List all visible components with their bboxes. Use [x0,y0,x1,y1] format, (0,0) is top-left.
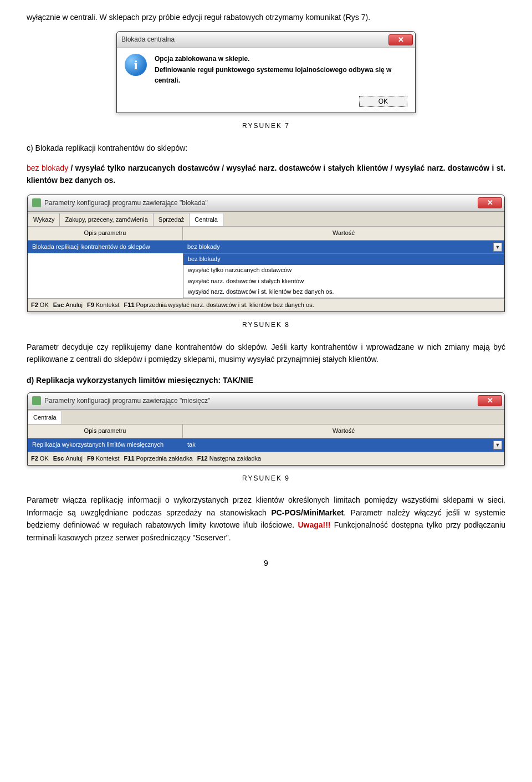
window-title: Parametry konfiguracji programu zawieraj… [44,396,210,406]
window-title: Parametry konfiguracji programu zawieraj… [44,198,208,208]
figure-caption-9: RYSUNEK 9 [27,473,505,484]
grid-header: Opis parametru Wartość [28,227,504,241]
pcpos-label: PC-POS/MiniMarket [271,508,344,517]
option-bez-blokady: bez blokady [27,163,68,172]
tab-centrala[interactable]: Centrala [189,213,223,227]
status-bar: F2OK EscAnuluj F9Kontekst F11Poprzednia … [28,452,504,466]
chevron-down-icon[interactable]: ▼ [493,243,502,252]
section-c-options: bez blokady / wysyłać tylko narzucanych … [27,162,505,187]
status-merged-option: wysyłać narz. dostawców i st. klientów b… [168,300,314,310]
col-wartosc: Wartość [183,425,504,438]
ok-button[interactable]: OK [359,96,407,107]
titlebar[interactable]: Parametry konfiguracji programu zawieraj… [28,393,504,410]
param-row-selected[interactable]: Blokada replikacji kontrahentów do sklep… [28,241,504,254]
option-2[interactable]: wysyłać narz. dostawców i stałych klient… [183,276,504,287]
tab-wykazy[interactable]: Wykazy [28,213,60,227]
section-c-heading: c) Blokada replikacji kontrahentów do sk… [27,142,505,154]
dialog-parametry-blokada: Parametry konfiguracji programu zawieraj… [27,195,505,313]
titlebar[interactable]: Parametry konfiguracji programu zawieraj… [28,195,504,212]
option-1[interactable]: wysyłać tylko narzucanych dostawców [183,265,504,276]
tab-bar: Wykazy Zakupy, przeceny, zamówienia Sprz… [28,212,504,227]
param-value-cell[interactable]: bez blokady ▼ [183,241,504,254]
dialog-blokada-centralna: Blokada centralna ✕ i Opcja zablokowana … [116,31,416,113]
option-3[interactable]: wysyłać narz. dostawców i st. klientów b… [183,287,504,298]
dialog-message: Opcja zablokowana w sklepie. Definiowani… [155,54,407,86]
col-opis: Opis parametru [28,227,183,240]
tab-bar: Centrala [28,410,504,425]
titlebar[interactable]: Blokada centralna ✕ [117,32,415,48]
app-icon [32,198,41,207]
close-icon[interactable]: ✕ [478,197,502,208]
status-bar: F2OK EscAnuluj F9Kontekst F11Poprzednia … [28,298,504,312]
page-number: 9 [27,557,505,569]
dialog-message-line2: Definiowanie reguł punktowego systememu … [155,65,407,86]
col-opis: Opis parametru [28,425,183,438]
figure-caption-7: RYSUNEK 7 [27,121,505,131]
window-title: Blokada centralna [121,34,175,45]
section-d-heading: d) Replikacja wykorzystanych limitów mie… [27,374,505,386]
grid-header: Opis parametru Wartość [28,425,504,438]
option-0[interactable]: bez blokady [183,254,504,265]
figure-caption-8: RYSUNEK 8 [27,320,505,330]
dialog-message-line1: Opcja zablokowana w sklepie. [155,54,407,64]
options-rest: / wysyłać tylko narzucanych dostawców / … [27,163,505,185]
close-icon[interactable]: ✕ [388,34,413,45]
app-icon [32,396,41,405]
close-icon[interactable]: ✕ [478,395,502,406]
info-icon: i [125,54,147,76]
chevron-down-icon[interactable]: ▼ [493,441,502,449]
param-row-selected[interactable]: Replikacja wykorzystanych limitów miesię… [28,438,504,452]
param-label: Blokada replikacji kontrahentów do sklep… [28,241,183,254]
tab-zakupy[interactable]: Zakupy, przeceny, zamówienia [59,213,153,227]
paragraph-rys8: Parametr decyduje czy replikujemy dane k… [27,341,505,366]
param-value: tak [187,441,196,448]
paragraph-intro: wyłącznie w centrali. W sklepach przy pr… [27,11,505,23]
col-wartosc: Wartość [183,227,504,240]
param-label: Replikacja wykorzystanych limitów miesię… [28,438,183,452]
paragraph-rys9: Parametr włącza replikację informacji o … [27,494,505,544]
dialog-parametry-miesiecz: Parametry konfiguracji programu zawieraj… [27,392,505,466]
tab-sprzedaz[interactable]: Sprzedaż [153,213,190,227]
param-value: bez blokady [187,243,220,250]
param-value-cell[interactable]: tak ▼ [183,438,504,452]
tab-centrala[interactable]: Centrala [28,411,62,425]
uwaga-label: Uwaga!!! [298,520,330,529]
dropdown-options: bez blokady wysyłać tylko narzucanych do… [183,253,504,298]
